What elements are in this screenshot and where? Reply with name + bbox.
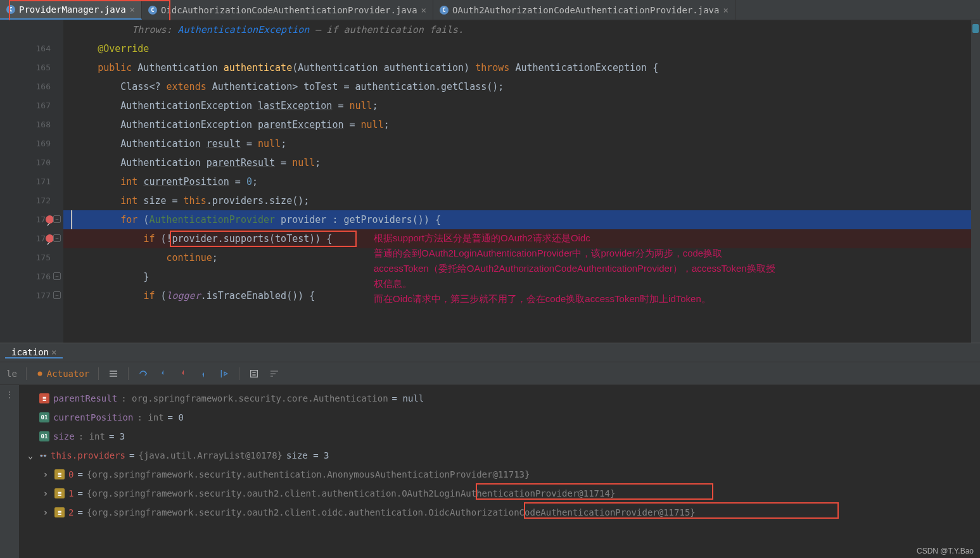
tab-label: OidcAuthorizationCodeAuthenticationProvi…: [161, 5, 417, 15]
code-annotation: @Override: [98, 43, 149, 54]
watermark: CSDN @T.Y.Bao: [917, 547, 974, 555]
line-number: 168: [0, 115, 51, 134]
line-number: −177: [0, 286, 51, 305]
var-name: parentResult: [53, 393, 117, 403]
doc-exception-link[interactable]: AuthenticationException: [178, 24, 310, 35]
line-number: 170: [0, 153, 51, 172]
java-file-icon: C: [148, 6, 157, 15]
line-number: 166: [0, 77, 51, 96]
expand-icon[interactable]: ›: [41, 469, 51, 479]
debugger-panel: ication × le Actuator ⋮ ≡ parentResult: [0, 343, 980, 558]
tab-oidc-provider[interactable]: C OidcAuthorizationCodeAuthenticationPro…: [142, 0, 433, 20]
tab-label: OAuth2AuthorizationCodeAuthenticationPro…: [452, 5, 719, 15]
variable-row[interactable]: ≡ parentResult : org.springframework.sec…: [19, 389, 980, 408]
fold-icon[interactable]: −: [53, 215, 61, 223]
fold-icon[interactable]: −: [53, 291, 61, 299]
tab-label: ProviderManager.java: [19, 4, 126, 15]
force-step-into-icon[interactable]: [178, 368, 189, 379]
line-number: 172: [0, 191, 51, 210]
step-into-icon[interactable]: [158, 368, 169, 379]
element-icon: ≡: [54, 469, 65, 479]
tab-oauth2-provider[interactable]: C OAuth2AuthorizationCodeAuthenticationP…: [433, 0, 735, 20]
line-number: −174: [0, 229, 51, 248]
variable-row[interactable]: 01 size : int = 3: [19, 427, 980, 446]
line-number: 167: [0, 96, 51, 115]
debug-toolbar: le Actuator: [0, 362, 980, 385]
editor-scrollbar-track[interactable]: [971, 20, 980, 343]
line-number: 171: [0, 172, 51, 191]
step-over-icon[interactable]: [137, 368, 149, 379]
primitive-icon: 01: [39, 431, 49, 441]
svg-point-0: [37, 371, 42, 376]
line-number: 169: [0, 134, 51, 153]
fold-icon[interactable]: −: [53, 272, 61, 280]
line-number: −173: [0, 210, 51, 229]
element-icon: ≡: [54, 488, 65, 498]
variable-row[interactable]: › ≡ 2 = {org.springframework.security.oa…: [19, 503, 980, 522]
debug-side-gutter: ⋮: [0, 385, 19, 558]
expand-icon[interactable]: ›: [41, 507, 51, 517]
code-content[interactable]: Throws: AuthenticationException – if aut…: [63, 20, 980, 343]
java-file-icon: C: [440, 6, 449, 15]
fold-icon[interactable]: −: [53, 234, 61, 242]
editor-tabs: C ProviderManager.java × C OidcAuthoriza…: [0, 0, 980, 20]
line-gutter: 164 165 166 167 168 169 170 171 172 −173…: [0, 20, 63, 343]
debug-tool-tabs: ication ×: [0, 343, 980, 362]
doc-desc: – if authentication fails.: [315, 24, 464, 35]
variable-row[interactable]: 01 currentPosition : int = 0: [19, 408, 980, 427]
variable-row[interactable]: › ≡ 0 = {org.springframework.security.au…: [19, 465, 980, 484]
svg-rect-1: [251, 370, 258, 377]
line-number: 164: [0, 39, 51, 58]
evaluate-icon[interactable]: [248, 368, 260, 379]
close-icon[interactable]: ×: [421, 5, 426, 15]
inspection-icon[interactable]: [972, 24, 979, 33]
actuator-icon: [35, 369, 44, 378]
step-out-icon[interactable]: [198, 368, 210, 379]
expand-icon[interactable]: ›: [41, 488, 51, 498]
run-to-cursor-icon[interactable]: [219, 368, 230, 379]
tab-provider-manager[interactable]: C ProviderManager.java ×: [0, 0, 142, 20]
primitive-icon: 01: [39, 412, 49, 422]
debug-tab-item[interactable]: ication ×: [5, 347, 63, 358]
stack-icon[interactable]: [108, 368, 119, 379]
actuator-label[interactable]: Actuator: [35, 369, 89, 379]
line-number: 175: [0, 248, 51, 267]
code-editor[interactable]: 164 165 166 167 168 169 170 171 172 −173…: [0, 20, 980, 343]
field-icon: ≡: [39, 393, 49, 403]
var-name: currentPosition: [53, 412, 133, 422]
var-name: this.providers: [51, 450, 125, 460]
variable-row[interactable]: › ≡ 1 = {org.springframework.security.oa…: [19, 484, 980, 503]
variable-row[interactable]: ⌄ 👓 this.providers = {java.util.ArrayLis…: [19, 446, 980, 465]
execution-line: for (AuthenticationProvider provider : g…: [63, 210, 980, 229]
close-icon[interactable]: ×: [723, 5, 728, 15]
java-file-icon: C: [6, 5, 15, 14]
toolbar-text: le: [6, 369, 17, 379]
watch-icon: 👓: [39, 450, 47, 460]
line-number: −176: [0, 267, 51, 286]
element-icon: ≡: [54, 507, 65, 517]
close-icon[interactable]: ×: [51, 347, 56, 357]
line-number: 165: [0, 58, 51, 77]
close-icon[interactable]: ×: [130, 4, 135, 15]
breakpoint-line: if (!provider.supports(toTest)) {: [63, 229, 980, 248]
var-name: size: [53, 431, 75, 441]
debug-variables[interactable]: ≡ parentResult : org.springframework.sec…: [19, 385, 980, 558]
doc-throws-label: Throws:: [132, 24, 172, 35]
trace-icon[interactable]: [269, 368, 280, 379]
collapse-icon[interactable]: ⌄: [25, 450, 35, 460]
